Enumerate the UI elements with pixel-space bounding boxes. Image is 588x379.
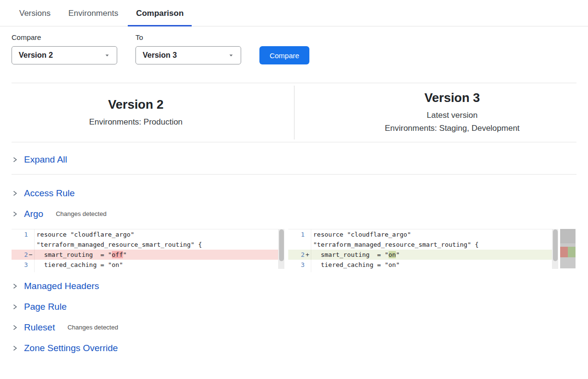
section-list: Access Rule Argo Changes detected 1 reso… <box>12 175 576 354</box>
code-line: } <box>288 270 552 272</box>
code-text: "terraform_managed_resource_smart_routin… <box>35 240 202 250</box>
tab-comparison[interactable]: Comparison <box>128 7 192 26</box>
code-line-deleted: 2− smart_routing = "off" <box>12 250 278 260</box>
diff-sign <box>305 270 310 272</box>
chevron-down-icon <box>104 52 110 58</box>
tab-environments[interactable]: Environments <box>60 7 126 26</box>
diff-sign <box>28 260 34 270</box>
tab-label: Versions <box>19 9 50 18</box>
chevron-right-icon <box>12 190 18 197</box>
tab-bar: Versions Environments Comparison <box>0 0 588 26</box>
version-headers: Version 2 Environments: Production Versi… <box>12 83 576 142</box>
section-access-rule[interactable]: Access Rule <box>12 188 576 199</box>
left-version-header: Version 2 Environments: Production <box>12 97 260 128</box>
minimap-deleted-marker <box>560 247 568 257</box>
line-number: 1 <box>12 229 28 240</box>
line-number <box>12 270 28 272</box>
diff-sign <box>305 260 310 270</box>
compare-to-select[interactable]: Version 3 <box>135 46 241 64</box>
diff-sign <box>305 240 310 250</box>
line-number <box>12 240 28 250</box>
compare-button[interactable]: Compare <box>259 46 309 64</box>
section-page-rule[interactable]: Page Rule <box>12 301 576 312</box>
chevron-right-icon <box>12 303 18 310</box>
code-line: 3 tiered_caching = "on" <box>12 260 278 270</box>
tab-label: Environments <box>68 9 118 18</box>
right-version-latest-label: Latest version <box>328 109 577 122</box>
select-value: Version 3 <box>143 51 177 60</box>
section-label: Argo <box>24 209 43 219</box>
line-number: 3 <box>288 260 305 270</box>
deleted-word: off <box>112 251 123 258</box>
code-line: "terraform_managed_resource_smart_routin… <box>12 240 278 250</box>
code-text: resource "cloudflare_argo" <box>311 229 411 240</box>
added-word: on <box>389 251 396 258</box>
comparison-page: Versions Environments Comparison Compare… <box>0 0 588 379</box>
diff-minimap[interactable] <box>560 229 576 268</box>
code-text: } <box>311 270 317 272</box>
right-version-environments: Environments: Staging, Development <box>328 122 577 135</box>
left-version-environments: Environments: Production <box>12 115 260 128</box>
changes-detected-badge: Changes detected <box>67 324 118 331</box>
diff-code-left: 1 resource "cloudflare_argo" "terraform_… <box>12 229 278 272</box>
section-label: Managed Headers <box>24 281 99 291</box>
section-ruleset[interactable]: Ruleset Changes detected <box>12 322 576 333</box>
code-text: smart_routing = "off" <box>35 250 127 260</box>
chevron-right-icon <box>12 283 18 290</box>
diff-sign <box>28 270 34 272</box>
code-text: resource "cloudflare_argo" <box>35 229 135 240</box>
tab-label: Comparison <box>136 9 184 18</box>
compare-controls: Compare Version 2 To Version 3 Compare <box>12 33 576 64</box>
chevron-right-icon <box>12 324 18 331</box>
code-text: tiered_caching = "on" <box>311 260 400 270</box>
code-line: 1 resource "cloudflare_argo" <box>12 229 278 240</box>
right-pane-scrollbar[interactable] <box>552 229 558 269</box>
argo-diff-view: 1 resource "cloudflare_argo" "terraform_… <box>12 229 576 272</box>
expand-all-label: Expand All <box>24 154 67 165</box>
code-line-added: 2+ smart_routing = "on" <box>288 250 552 260</box>
code-line: } <box>12 270 278 272</box>
code-text: tiered_caching = "on" <box>35 260 123 270</box>
chevron-right-icon <box>12 345 18 352</box>
diff-code-right: 1 resource "cloudflare_argo" "terraform_… <box>288 229 552 272</box>
diff-pane-left: 1 resource "cloudflare_argo" "terraform_… <box>12 229 284 272</box>
diff-sign: − <box>28 250 34 260</box>
code-line: "terraform_managed_resource_smart_routin… <box>288 240 552 250</box>
section-label: Zone Settings Override <box>24 343 118 354</box>
compare-label: Compare <box>12 33 117 41</box>
line-number <box>288 240 305 250</box>
line-number <box>288 270 305 272</box>
right-version-title: Version 3 <box>328 90 577 105</box>
diff-pane-right: 1 resource "cloudflare_argo" "terraform_… <box>288 229 558 272</box>
left-pane-scrollbar[interactable] <box>278 229 284 269</box>
minimap-added-marker <box>568 247 576 257</box>
section-zone-settings-override[interactable]: Zone Settings Override <box>12 342 576 354</box>
section-managed-headers[interactable]: Managed Headers <box>12 280 576 291</box>
diff-sign <box>305 229 310 240</box>
line-number: 2 <box>288 250 305 260</box>
section-label: Page Rule <box>24 302 67 312</box>
compare-to-field: To Version 3 <box>135 33 241 64</box>
scrollbar-thumb[interactable] <box>553 229 558 261</box>
vertical-divider <box>294 86 294 139</box>
diff-sign <box>28 229 34 240</box>
scrollbar-thumb[interactable] <box>279 229 284 261</box>
left-version-title: Version 2 <box>12 97 260 112</box>
section-argo[interactable]: Argo Changes detected <box>12 208 576 219</box>
right-version-header: Version 3 Latest version Environments: S… <box>328 90 577 135</box>
code-text: "terraform_managed_resource_smart_routin… <box>311 240 478 250</box>
code-text: smart_routing = "on" <box>311 250 400 260</box>
line-number: 3 <box>12 260 28 270</box>
line-number: 2 <box>12 250 28 260</box>
compare-from-select[interactable]: Version 2 <box>12 46 117 64</box>
changes-detected-badge: Changes detected <box>56 210 107 217</box>
code-text: } <box>35 270 40 272</box>
diff-sign: + <box>305 250 310 260</box>
chevron-right-icon <box>12 156 18 163</box>
tab-versions[interactable]: Versions <box>11 7 59 26</box>
diff-sign <box>28 240 34 250</box>
chevron-down-icon <box>228 52 234 58</box>
code-line: 3 tiered_caching = "on" <box>288 260 552 270</box>
expand-all-button[interactable]: Expand All <box>12 142 576 175</box>
code-line: 1 resource "cloudflare_argo" <box>288 229 552 240</box>
